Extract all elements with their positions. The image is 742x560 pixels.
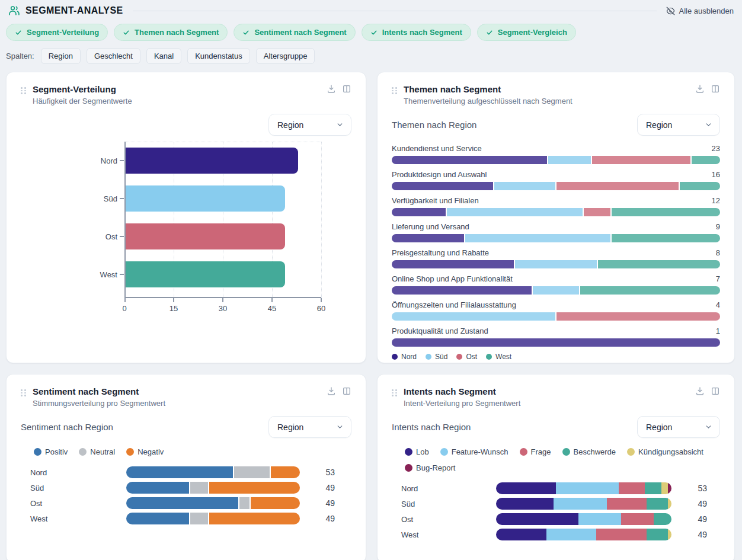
legend-item-kündigungsabsicht: Kündigungsabsicht — [627, 447, 703, 456]
toggle-chip-themen-nach-segment[interactable]: Themen nach Segment — [114, 24, 228, 41]
legend-item-ost: Ost — [456, 353, 477, 361]
bar-segment-lob — [496, 529, 546, 540]
region-select-value: Region — [646, 423, 672, 432]
legend-dot — [426, 354, 431, 360]
bar-segment-süd — [447, 208, 582, 216]
legend-item-negativ: Negativ — [126, 447, 164, 456]
chevron-down-icon — [336, 121, 344, 129]
hide-all-button[interactable]: Alle ausblenden — [666, 7, 734, 15]
y-axis-label: Süd — [21, 185, 117, 212]
stacked-bar — [126, 497, 300, 509]
column-button-geschlecht[interactable]: Geschlecht — [87, 48, 140, 64]
column-button-kundenstatus[interactable]: Kundenstatus — [187, 48, 250, 64]
stacked-bar — [126, 482, 300, 494]
theme-label: Verfügbarkeit und Filialen — [392, 196, 479, 205]
section-title: Themen nach Region — [392, 120, 476, 130]
bar-segment-nord — [392, 260, 514, 268]
theme-stacked-bar — [392, 182, 720, 190]
check-icon — [370, 29, 378, 36]
eye-off-icon — [666, 7, 675, 15]
distribution-bar-chart: 015304560NordSüdOstWest — [21, 140, 351, 318]
drag-handle-icon[interactable] — [21, 87, 27, 94]
intent-legend: LobFeature-WunschFrageBeschwerdeKündigun… — [405, 447, 720, 472]
legend-label: Ost — [466, 353, 477, 361]
gridline — [321, 142, 322, 298]
columns-layout-icon[interactable] — [711, 386, 720, 396]
region-select[interactable]: Region — [268, 114, 351, 136]
legend-item-neutral: Neutral — [79, 447, 115, 456]
row-value: 49 — [671, 514, 720, 524]
column-button-region[interactable]: Region — [41, 48, 81, 64]
bar-segment-negativ — [209, 482, 300, 494]
bar-segment-feature-wunsch — [578, 513, 621, 525]
theme-label: Online Shop und App Funktionalität — [392, 274, 513, 283]
stacked-bar — [496, 482, 671, 494]
download-icon[interactable] — [327, 386, 336, 396]
intent-rows: Nord53Süd49Ost49West49 — [392, 481, 720, 542]
theme-row: Kundendienst und Service23 — [392, 144, 720, 164]
drag-handle-icon[interactable] — [21, 389, 27, 396]
toggle-chip-segment-vergleich[interactable]: Segment-Vergleich — [477, 24, 576, 41]
bar-segment-positiv — [126, 466, 233, 478]
chevron-down-icon — [705, 423, 712, 431]
download-icon[interactable] — [695, 84, 705, 94]
toggle-chip-sentiment-nach-segment[interactable]: Sentiment nach Segment — [234, 24, 355, 41]
legend-label: Beschwerde — [574, 447, 616, 456]
stacked-row-nord: Nord53 — [21, 465, 351, 480]
region-select[interactable]: Region — [268, 416, 351, 438]
legend-item-bug-report: Bug-Report — [405, 463, 455, 472]
theme-stacked-bar — [392, 208, 720, 216]
region-select-value: Region — [646, 120, 672, 130]
theme-rows: Kundendienst und Service23Produktdesign … — [392, 144, 720, 347]
stacked-bar — [126, 466, 300, 478]
row-value: 53 — [300, 468, 351, 477]
stacked-row-süd: Süd49 — [21, 480, 351, 495]
y-axis-tick — [120, 274, 124, 275]
theme-row: Online Shop und App Funktionalität7 — [392, 274, 720, 295]
sentiment-rows: Nord53Süd49Ost49West49 — [21, 465, 351, 526]
stacked-row-west: West49 — [392, 527, 720, 542]
row-label: Nord — [21, 468, 126, 477]
bar-segment-nord — [392, 286, 532, 295]
bar-segment-neutral — [190, 482, 207, 494]
column-button-kanal[interactable]: Kanal — [146, 48, 181, 64]
region-select[interactable]: Region — [637, 416, 720, 438]
toggle-chip-segment-verteilung[interactable]: Segment-Verteilung — [6, 24, 108, 41]
download-icon[interactable] — [327, 84, 336, 94]
drag-handle-icon[interactable] — [392, 87, 398, 94]
column-button-altersgruppe[interactable]: Altersgruppe — [256, 48, 315, 64]
toggle-chip-intents-nach-segment[interactable]: Intents nach Segment — [362, 24, 471, 41]
stacked-row-süd: Süd49 — [392, 496, 720, 511]
section-title: Sentiment nach Region — [21, 422, 113, 432]
bar-segment-nord — [392, 338, 720, 347]
columns-label: Spalten: — [6, 52, 34, 60]
bar-segment-lob — [496, 482, 556, 494]
theme-row-header: Produktqualität und Zustand1 — [392, 327, 720, 335]
legend-label: West — [495, 353, 511, 361]
legend-item-frage: Frage — [520, 447, 551, 456]
bar-segment-beschwerde — [647, 529, 668, 540]
columns-layout-icon[interactable] — [342, 386, 351, 396]
columns-layout-icon[interactable] — [711, 84, 720, 94]
theme-row: Lieferung und Versand9 — [392, 222, 720, 242]
legend-dot — [486, 354, 492, 360]
download-icon[interactable] — [695, 386, 705, 396]
row-value: 49 — [671, 530, 720, 539]
stacked-row-ost: Ost49 — [21, 495, 351, 511]
bar-segment-ost — [592, 156, 691, 164]
bar-west — [126, 261, 285, 287]
columns-layout-icon[interactable] — [342, 84, 351, 94]
bar-segment-beschwerde — [654, 513, 671, 525]
legend-label: Negativ — [137, 447, 164, 456]
bar-segment-nord — [392, 208, 446, 216]
region-select[interactable]: Region — [637, 114, 720, 136]
bar-segment-west — [680, 182, 721, 190]
bar-segment-positiv — [126, 482, 189, 494]
row-label: West — [21, 514, 126, 523]
legend-item-feature-wunsch: Feature-Wunsch — [440, 447, 508, 456]
drag-handle-icon[interactable] — [392, 389, 398, 396]
bar-segment-nord — [392, 182, 493, 190]
theme-row-header: Online Shop und App Funktionalität7 — [392, 274, 720, 283]
legend-dot — [392, 354, 398, 360]
toggle-chips: Segment-VerteilungThemen nach SegmentSen… — [6, 24, 736, 41]
